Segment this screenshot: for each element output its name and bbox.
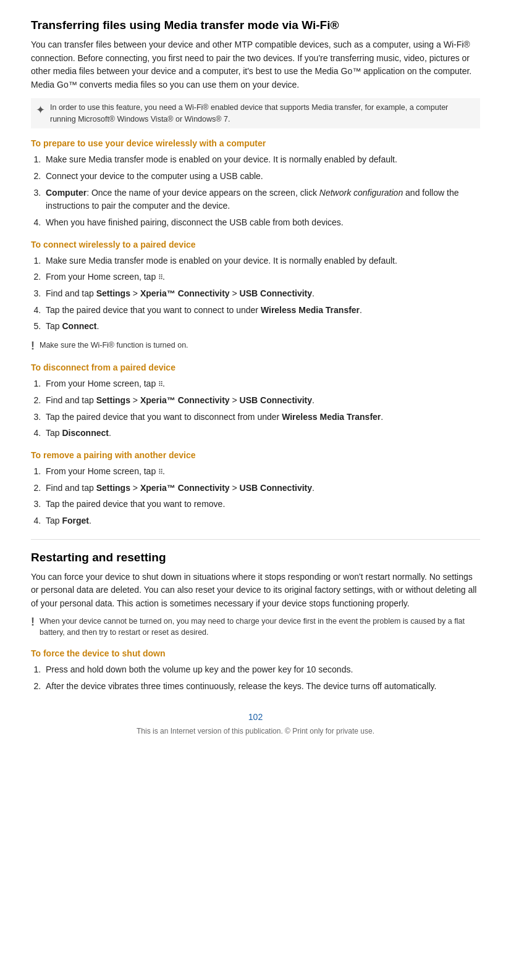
list-item: Find and tap Settings > Xperia™ Connecti…	[43, 287, 480, 301]
section2-steps: Make sure Media transfer mode is enabled…	[43, 254, 480, 333]
list-item: Find and tap Settings > Xperia™ Connecti…	[43, 482, 480, 495]
warning-icon: !	[31, 340, 35, 353]
section6-steps: Press and hold down both the volume up k…	[43, 663, 480, 693]
list-item: Connect your device to the computer usin…	[43, 170, 480, 183]
section2-heading: To connect wirelessly to a paired device	[31, 240, 480, 249]
list-item: Find and tap Settings > Xperia™ Connecti…	[43, 394, 480, 408]
section4-steps: From your Home screen, tap ⠿. Find and t…	[43, 465, 480, 528]
section-divider	[31, 539, 480, 540]
list-item: When you have finished pairing, disconne…	[43, 216, 480, 230]
list-item: Tap Forget.	[43, 514, 480, 528]
section3-heading: To disconnect from a paired device	[31, 362, 480, 372]
list-item: From your Home screen, tap ⠿.	[43, 270, 480, 284]
list-item: Make sure Media transfer mode is enabled…	[43, 153, 480, 167]
section5-title: Restarting and resetting	[31, 551, 480, 564]
section6-heading: To force the device to shut down	[31, 648, 480, 658]
page-number: 102	[31, 712, 480, 722]
list-item: Computer: Once the name of your device a…	[43, 186, 480, 213]
note-box-wifi: ! Make sure the Wi-Fi® function is turne…	[31, 340, 480, 353]
note-box-reset: ! When your device cannot be turned on, …	[31, 616, 480, 639]
warning-icon-2: !	[31, 616, 35, 629]
tip-box-wifi: ✦ In order to use this feature, you need…	[31, 98, 480, 129]
section1-steps: Make sure Media transfer mode is enabled…	[43, 153, 480, 229]
list-item: Press and hold down both the volume up k…	[43, 663, 480, 677]
tip-icon: ✦	[36, 103, 45, 117]
list-item: Make sure Media transfer mode is enabled…	[43, 254, 480, 268]
main-intro: You can transfer files between your devi…	[31, 38, 480, 92]
list-item: After the device vibrates three times co…	[43, 680, 480, 693]
list-item: Tap the paired device that you want to d…	[43, 411, 480, 424]
list-item: Tap the paired device that you want to c…	[43, 304, 480, 317]
section3-steps: From your Home screen, tap ⠿. Find and t…	[43, 377, 480, 440]
tip-text: In order to use this feature, you need a…	[50, 102, 475, 125]
list-item: Tap Disconnect.	[43, 427, 480, 440]
main-title: Transferring files using Media transfer …	[31, 19, 480, 32]
list-item: From your Home screen, tap ⠿.	[43, 377, 480, 391]
list-item: Tap the paired device that you want to r…	[43, 498, 480, 511]
list-item: From your Home screen, tap ⠿.	[43, 465, 480, 479]
footer-text: This is an Internet version of this publ…	[31, 727, 480, 735]
list-item: Tap Connect.	[43, 320, 480, 333]
section4-heading: To remove a pairing with another device	[31, 450, 480, 460]
note1-text: Make sure the Wi-Fi® function is turned …	[40, 340, 188, 351]
section1-heading: To prepare to use your device wirelessly…	[31, 138, 480, 148]
note2-text: When your device cannot be turned on, yo…	[40, 616, 480, 639]
section5-intro: You can force your device to shut down i…	[31, 571, 480, 611]
